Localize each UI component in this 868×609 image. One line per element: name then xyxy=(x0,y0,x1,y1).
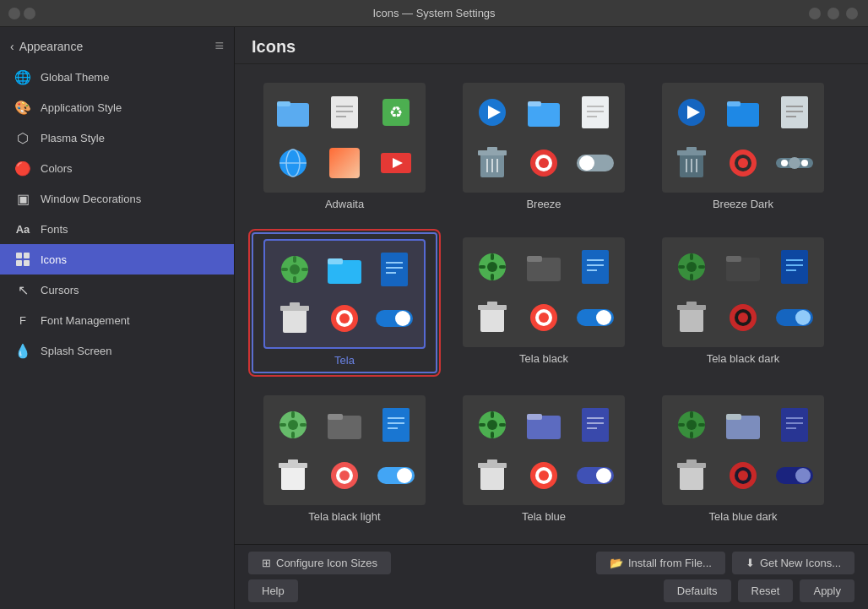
breeze-toggle xyxy=(570,139,620,188)
adwaita-file xyxy=(320,88,370,137)
theme-card-breeze[interactable]: Breeze xyxy=(451,78,637,215)
tela-folder xyxy=(320,246,368,293)
svg-point-56 xyxy=(789,157,800,169)
back-icon: ‹ xyxy=(10,40,14,53)
svg-rect-151 xyxy=(480,466,504,490)
install-icon: 📂 xyxy=(610,557,623,569)
sidebar-header: ‹ Appearance ≡ xyxy=(0,30,234,62)
breeze-dark-play xyxy=(667,88,717,137)
bottom-bar: ⊞ Configure Icon Sizes 📂 Install from Fi… xyxy=(235,544,868,609)
svg-point-58 xyxy=(801,160,808,166)
svg-text:♻: ♻ xyxy=(389,104,403,121)
sidebar-item-label: Plasma Style xyxy=(41,132,105,144)
back-label: Appearance xyxy=(19,40,84,53)
sidebar-item-label: Splash Screen xyxy=(41,345,112,357)
splash-screen-icon: 💧 xyxy=(14,341,32,360)
back-button[interactable]: ‹ Appearance xyxy=(10,40,83,53)
content-header: Icons xyxy=(235,27,868,64)
icon-themes-grid: ♻ xyxy=(235,64,868,544)
adwaita-video xyxy=(371,139,420,188)
sidebar-item-window-decorations[interactable]: ▣ Window Decorations xyxy=(0,183,234,214)
main-layout: ‹ Appearance ≡ 🌐 Global Theme 🎨 Applicat… xyxy=(0,27,868,609)
minimize-button[interactable] xyxy=(809,8,821,19)
svg-rect-101 xyxy=(690,253,693,260)
sidebar-item-icons[interactable]: Icons xyxy=(0,244,234,275)
menu-icon[interactable]: ≡ xyxy=(214,37,224,55)
tela-blue-dark-trash xyxy=(667,451,717,500)
sidebar-item-global-theme[interactable]: 🌐 Global Theme xyxy=(0,62,234,92)
sidebar: ‹ Appearance ≡ 🌐 Global Theme 🎨 Applicat… xyxy=(0,27,235,609)
tela-bl-lifebuoy xyxy=(320,451,370,500)
breeze-dark-slider xyxy=(769,139,819,188)
svg-rect-2 xyxy=(16,260,22,266)
adwaita-folder xyxy=(269,88,318,137)
theme-card-tela-black-dark[interactable]: Tela black dark xyxy=(650,232,836,373)
sidebar-item-font-management[interactable]: F Font Management xyxy=(0,305,234,335)
svg-rect-143 xyxy=(479,423,486,427)
svg-rect-161 xyxy=(690,411,693,418)
tela-blue-dark-settings xyxy=(667,400,717,449)
tela-blue-dark-folder xyxy=(719,400,768,449)
svg-rect-171 xyxy=(680,466,703,490)
action-buttons-row: ⊞ Configure Icon Sizes 📂 Install from Fi… xyxy=(248,552,854,574)
help-button[interactable]: Help xyxy=(248,579,298,602)
svg-rect-153 xyxy=(487,459,497,464)
get-new-icons-button[interactable]: ⬇ Get New Icons... xyxy=(732,552,854,574)
theme-label-adwaita: Adwaita xyxy=(325,198,364,210)
sidebar-item-plasma-style[interactable]: ⬡ Plasma Style xyxy=(0,122,234,153)
tela-black-toggle xyxy=(570,293,620,342)
install-from-file-button[interactable]: 📂 Install from File... xyxy=(596,552,725,574)
tela-black-dark-folder xyxy=(719,242,768,291)
svg-rect-1 xyxy=(24,253,30,258)
sidebar-item-cursors[interactable]: ↖ Cursors xyxy=(0,275,234,305)
sidebar-item-application-style[interactable]: 🎨 Application Style xyxy=(0,92,234,122)
svg-rect-106 xyxy=(726,256,741,262)
svg-rect-102 xyxy=(690,274,693,280)
tela-trash xyxy=(270,295,318,342)
tela-black-dark-settings xyxy=(667,242,717,291)
theme-card-tela-black-light[interactable]: Tela black light xyxy=(252,390,437,528)
svg-point-100 xyxy=(686,262,697,272)
svg-point-176 xyxy=(738,470,748,481)
left-actions: ⊞ Configure Icon Sizes xyxy=(248,552,391,574)
maximize-button[interactable] xyxy=(827,8,839,19)
theme-card-adwaita[interactable]: ♻ xyxy=(252,78,437,215)
sidebar-item-label: Window Decorations xyxy=(41,193,141,205)
tela-lifebuoy xyxy=(320,295,368,342)
theme-card-breeze-dark[interactable]: Breeze Dark xyxy=(650,78,836,215)
theme-card-tela[interactable]: Tela xyxy=(252,232,437,373)
get-new-icon: ⬇ xyxy=(746,557,755,569)
close-button[interactable] xyxy=(846,8,858,19)
theme-card-tela-blue[interactable]: Tela blue xyxy=(451,390,637,528)
themes-row-3: Tela black light xyxy=(252,390,851,528)
defaults-button[interactable]: Defaults xyxy=(664,579,731,602)
footer-right-buttons: Defaults Reset Apply xyxy=(664,579,854,602)
theme-label-tela-black: Tela black xyxy=(519,352,568,365)
reset-button[interactable]: Reset xyxy=(738,579,794,602)
theme-card-tela-black[interactable]: Tela black xyxy=(451,232,637,373)
svg-rect-91 xyxy=(480,308,504,332)
tela-file xyxy=(371,246,419,293)
svg-point-60 xyxy=(290,264,300,275)
tela-blue-dark-lifebuoy xyxy=(719,451,768,500)
svg-rect-166 xyxy=(726,414,741,420)
titlebar: Icons — System Settings xyxy=(0,0,868,27)
sidebar-item-fonts[interactable]: Aa Fonts xyxy=(0,214,234,244)
breeze-folder xyxy=(519,88,569,137)
configure-icon-sizes-button[interactable]: ⊞ Configure Icon Sizes xyxy=(248,552,391,574)
apply-button[interactable]: Apply xyxy=(800,579,854,602)
sidebar-item-colors[interactable]: 🔴 Colors xyxy=(0,153,234,183)
svg-rect-164 xyxy=(698,423,705,427)
tela-black-settings xyxy=(468,242,518,291)
page-title: Icons xyxy=(252,37,296,56)
theme-card-tela-blue-dark[interactable]: Tela blue dark xyxy=(650,390,836,528)
sidebar-item-splash-screen[interactable]: 💧 Splash Screen xyxy=(0,335,234,366)
svg-point-78 xyxy=(395,311,410,326)
sidebar-item-label: Global Theme xyxy=(41,71,109,84)
svg-rect-103 xyxy=(678,265,685,269)
svg-point-136 xyxy=(339,470,350,481)
svg-point-76 xyxy=(339,313,350,324)
tela-black-file xyxy=(570,242,620,291)
font-management-icon: F xyxy=(14,311,32,329)
svg-rect-123 xyxy=(279,423,286,427)
